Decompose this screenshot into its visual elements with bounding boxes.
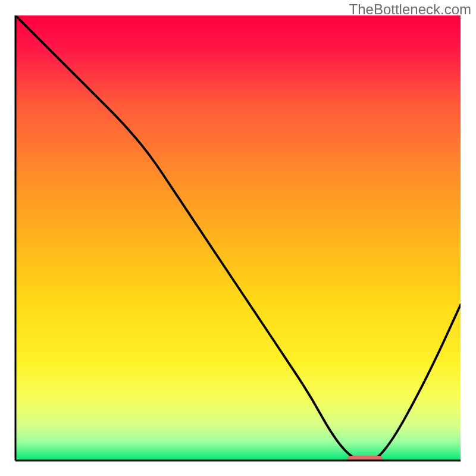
chart-frame: TheBottleneck.com [0, 0, 476, 476]
optimum-marker [347, 456, 383, 463]
plot-svg [0, 0, 476, 476]
watermark-text: TheBottleneck.com [349, 1, 471, 18]
